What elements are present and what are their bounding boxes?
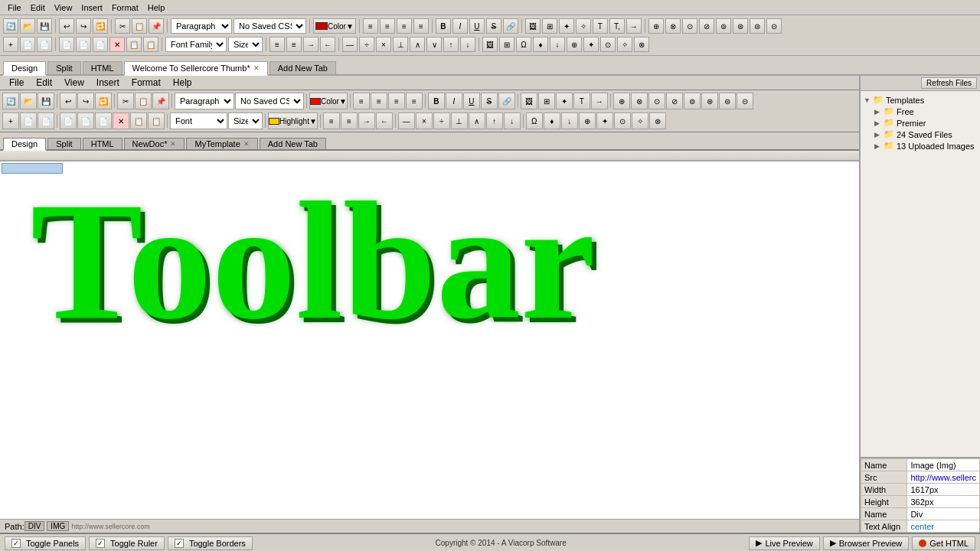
list-ul-btn[interactable]: ≡: [270, 37, 285, 52]
inner-highlight-dropdown[interactable]: ▼: [309, 117, 317, 126]
list-ol-btn[interactable]: ≡: [286, 37, 302, 52]
inner-tab-newdoc[interactable]: NewDoc* ✕: [124, 138, 185, 149]
inner-italic[interactable]: I: [446, 93, 462, 109]
r2-sp8[interactable]: ↓: [460, 37, 475, 52]
inner-e3[interactable]: ⊙: [648, 93, 665, 109]
inner-r2-s6[interactable]: ↑: [486, 112, 503, 129]
inner-r2-c6[interactable]: ⊙: [614, 112, 631, 129]
r2-sp3[interactable]: ×: [376, 37, 391, 52]
text-btn[interactable]: T: [593, 18, 608, 34]
css-select[interactable]: No Saved CSS: [234, 18, 306, 34]
menu-format[interactable]: Format: [107, 2, 143, 13]
inner-t1[interactable]: ✦: [556, 93, 573, 109]
r2-c3-btn[interactable]: ↓: [550, 37, 565, 52]
inner-e4[interactable]: ⊘: [666, 93, 683, 109]
tab-split[interactable]: Split: [47, 61, 80, 74]
refresh-files-btn[interactable]: Refresh Files: [921, 77, 977, 89]
r2-sp1[interactable]: —: [342, 37, 358, 52]
r2-c2-btn[interactable]: ♦: [533, 37, 548, 52]
ext3-btn[interactable]: ⊙: [682, 18, 697, 34]
prop-value-text-align[interactable]: center: [907, 520, 980, 533]
table-btn[interactable]: ⊞: [542, 18, 557, 34]
tab-html[interactable]: HTML: [83, 61, 122, 74]
inner-bold[interactable]: B: [428, 93, 445, 109]
r2-sp4[interactable]: ⊥: [393, 37, 408, 52]
ext4-btn[interactable]: ⊘: [699, 18, 714, 34]
tab-add-new[interactable]: Add New Tab: [270, 61, 336, 74]
link-btn[interactable]: 🔗: [503, 18, 518, 34]
inner-e1[interactable]: ⊕: [613, 93, 630, 109]
outdent-btn[interactable]: ←: [320, 37, 335, 52]
r2-btn6[interactable]: 📄: [93, 37, 108, 52]
inner-r2-btn7[interactable]: 📋: [130, 112, 147, 129]
inner-r2-c5[interactable]: ✦: [596, 112, 613, 129]
tree-toggle-premier[interactable]: ▶: [874, 119, 882, 127]
inner-r2-btn4[interactable]: 📄: [60, 112, 77, 129]
undo-btn[interactable]: ↩: [59, 18, 74, 34]
inner-r2-ol[interactable]: ≡: [341, 112, 358, 129]
menu-view[interactable]: View: [50, 2, 77, 13]
inner-undo-btn[interactable]: ↩: [60, 93, 77, 109]
r2-img-btn[interactable]: 🖼: [482, 37, 498, 52]
cut-btn[interactable]: ✂: [115, 18, 130, 34]
save-btn[interactable]: 💾: [37, 18, 52, 34]
inner-tab-newdoc-close[interactable]: ✕: [170, 140, 176, 148]
r2-del-btn[interactable]: ✕: [109, 37, 125, 52]
inner-size-select[interactable]: Size: [228, 112, 263, 129]
browser-preview-btn[interactable]: ▶ Browser Preview: [823, 536, 910, 550]
color-btn[interactable]: Color ▼: [313, 18, 356, 34]
inner-r2-s4[interactable]: ⊥: [451, 112, 468, 129]
bold-btn[interactable]: B: [436, 18, 451, 34]
char1-btn[interactable]: ✦: [559, 18, 574, 34]
ext1-btn[interactable]: ⊕: [648, 18, 664, 34]
ext2-btn[interactable]: ⊗: [665, 18, 681, 34]
r2-c1-btn[interactable]: Ω: [516, 37, 531, 52]
prop-value-name[interactable]: Image (Img): [907, 459, 980, 471]
menu-insert[interactable]: Insert: [77, 2, 107, 13]
inner-r2-indent[interactable]: →: [358, 112, 375, 129]
inner-r2-btn2[interactable]: 📄: [20, 112, 37, 129]
inner-tab-split[interactable]: Split: [47, 138, 80, 149]
font-select[interactable]: Font Family: [165, 37, 227, 52]
toggle-ruler-btn[interactable]: ✓ Toggle Ruler: [89, 536, 165, 550]
toggle-panels-btn[interactable]: ✓ Toggle Panels: [5, 536, 86, 550]
inner-r2-c2[interactable]: ♦: [544, 112, 560, 129]
toggle-borders-btn[interactable]: ✓ Toggle Borders: [168, 536, 253, 550]
inner-menu-edit[interactable]: Edit: [30, 77, 58, 89]
tab-welcome[interactable]: Welcome To Sellercore Thumb* ✕: [124, 61, 268, 76]
align-right-btn[interactable]: ≡: [397, 18, 412, 34]
inner-r2-del[interactable]: ✕: [113, 112, 129, 129]
r2-c7-btn[interactable]: ✧: [617, 37, 632, 52]
inner-copy-btn[interactable]: 📋: [135, 93, 152, 109]
arrow-btn[interactable]: →: [626, 18, 642, 34]
menu-file[interactable]: File: [3, 2, 26, 13]
tree-toggle-free[interactable]: ▶: [874, 108, 882, 116]
inner-menu-format[interactable]: Format: [126, 77, 167, 89]
inner-underline[interactable]: U: [463, 93, 480, 109]
inner-r2-btn5[interactable]: 📄: [77, 112, 94, 129]
inner-align-left[interactable]: ≡: [353, 93, 370, 109]
inner-cut-btn[interactable]: ✂: [117, 93, 134, 109]
inner-redo-btn[interactable]: ↪: [77, 93, 94, 109]
tree-item-templates[interactable]: ▼ 📁 Templates: [862, 94, 978, 106]
r2-c8-btn[interactable]: ⊗: [634, 37, 649, 52]
r2-c6-btn[interactable]: ⊙: [600, 37, 616, 52]
path-tag-img[interactable]: IMG: [47, 521, 69, 531]
ext7-btn[interactable]: ⊜: [750, 18, 765, 34]
inner-tbl-btn[interactable]: ⊞: [538, 93, 555, 109]
inner-r2-c7[interactable]: ✧: [632, 112, 648, 129]
size-select[interactable]: Size: [228, 37, 263, 52]
r2-btn2[interactable]: 📄: [20, 37, 35, 52]
inner-r2-btn6[interactable]: 📄: [95, 112, 112, 129]
ext6-btn[interactable]: ⊛: [733, 18, 748, 34]
inner-r2-ul[interactable]: ≡: [323, 112, 340, 129]
inner-menu-file[interactable]: File: [3, 77, 30, 89]
strikethrough-btn[interactable]: S: [486, 18, 501, 34]
inner-align-right[interactable]: ≡: [388, 93, 405, 109]
inner-t3[interactable]: →: [591, 93, 608, 109]
inner-r2-c1[interactable]: Ω: [526, 112, 543, 129]
char2-btn[interactable]: ✧: [576, 18, 591, 34]
prop-value-width[interactable]: 1617px: [907, 484, 980, 496]
inner-r2-s7[interactable]: ↓: [504, 112, 521, 129]
tree-item-premier[interactable]: ▶ 📁 Premier: [862, 117, 978, 129]
